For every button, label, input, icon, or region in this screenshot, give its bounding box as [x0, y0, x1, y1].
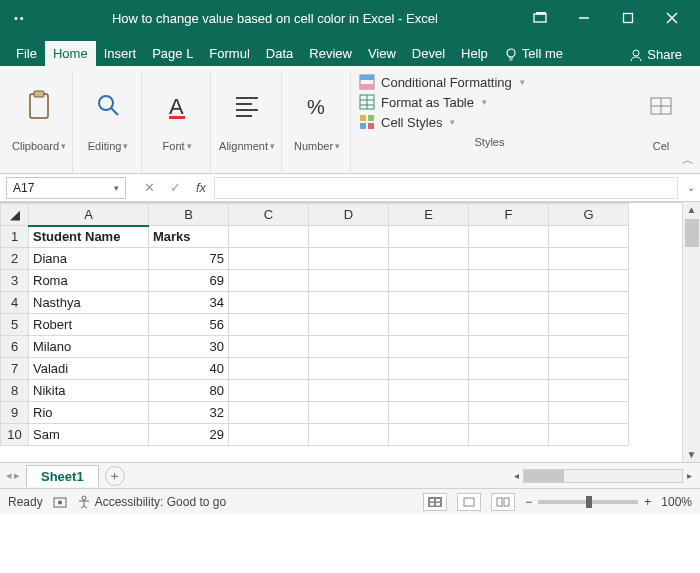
row-header[interactable]: 1 [1, 226, 29, 248]
zoom-out-button[interactable]: − [525, 495, 532, 509]
cell[interactable]: 30 [149, 336, 229, 358]
insert-function-button[interactable]: fx [188, 180, 214, 195]
tab-data[interactable]: Data [258, 41, 301, 66]
chevron-down-icon[interactable]: ▾ [187, 141, 192, 151]
table-row[interactable]: 8Nikita80 [1, 380, 629, 402]
tab-review[interactable]: Review [301, 41, 360, 66]
cell[interactable]: 56 [149, 314, 229, 336]
table-row[interactable]: 5Robert56 [1, 314, 629, 336]
share-button[interactable]: Share [619, 43, 692, 66]
table-row[interactable]: 3Roma69 [1, 270, 629, 292]
collapse-ribbon-button[interactable]: ︿ [682, 152, 694, 169]
sheet-nav-prev-icon[interactable]: ▸ [14, 469, 20, 482]
name-box[interactable]: A17 ▾ [6, 177, 126, 199]
scroll-left-arrow-icon[interactable]: ◂ [512, 470, 521, 481]
tab-file[interactable]: File [8, 41, 45, 66]
cell[interactable]: 29 [149, 424, 229, 446]
row-header[interactable]: 7 [1, 358, 29, 380]
cell[interactable]: 32 [149, 402, 229, 424]
table-row[interactable]: 4Nasthya34 [1, 292, 629, 314]
cell[interactable]: Nasthya [29, 292, 149, 314]
scroll-thumb[interactable] [685, 219, 699, 247]
column-header-g[interactable]: G [549, 204, 629, 226]
tab-page-layout[interactable]: Page L [144, 41, 201, 66]
cell[interactable]: Student Name [29, 226, 149, 248]
format-as-table-button[interactable]: Format as Table▾ [353, 92, 626, 112]
zoom-in-button[interactable]: + [644, 495, 651, 509]
alignment-button[interactable] [220, 74, 274, 138]
tab-home[interactable]: Home [45, 41, 96, 66]
page-layout-view-button[interactable] [457, 493, 481, 511]
cell[interactable]: Roma [29, 270, 149, 292]
font-button[interactable]: A [150, 74, 204, 138]
vertical-scrollbar[interactable]: ▲ ▼ [682, 202, 700, 462]
quick-access-more-icon[interactable]: •• [14, 12, 26, 24]
cancel-formula-button[interactable]: ✕ [136, 180, 162, 195]
scroll-thumb[interactable] [524, 470, 564, 482]
chevron-down-icon[interactable]: ▾ [335, 141, 340, 151]
column-header-f[interactable]: F [469, 204, 549, 226]
new-sheet-button[interactable]: ＋ [105, 466, 125, 486]
sheet-tab[interactable]: Sheet1 [26, 465, 99, 487]
select-all-corner[interactable]: ◢ [1, 204, 29, 226]
table-row[interactable]: 1Student NameMarks [1, 226, 629, 248]
cell[interactable]: Valadi [29, 358, 149, 380]
cell[interactable]: 40 [149, 358, 229, 380]
cells-button[interactable] [634, 74, 688, 138]
column-header-c[interactable]: C [229, 204, 309, 226]
normal-view-button[interactable] [423, 493, 447, 511]
row-header[interactable]: 8 [1, 380, 29, 402]
column-header-d[interactable]: D [309, 204, 389, 226]
column-header-a[interactable]: A [29, 204, 149, 226]
table-row[interactable]: 7Valadi40 [1, 358, 629, 380]
tell-me[interactable]: Tell me [496, 41, 571, 66]
chevron-down-icon[interactable]: ▾ [123, 141, 128, 151]
enter-formula-button[interactable]: ✓ [162, 180, 188, 195]
close-button[interactable] [656, 2, 688, 34]
cell[interactable]: 75 [149, 248, 229, 270]
page-break-view-button[interactable] [491, 493, 515, 511]
cells-table[interactable]: ◢ A B C D E F G 1Student NameMarks 2Dian… [0, 203, 629, 446]
cell[interactable]: 69 [149, 270, 229, 292]
conditional-formatting-button[interactable]: Conditional Formatting▾ [353, 72, 626, 92]
table-row[interactable]: 2Diana75 [1, 248, 629, 270]
tab-developer[interactable]: Devel [404, 41, 453, 66]
chevron-down-icon[interactable]: ▾ [61, 141, 66, 151]
column-header-b[interactable]: B [149, 204, 229, 226]
tab-formulas[interactable]: Formul [201, 41, 257, 66]
row-header[interactable]: 10 [1, 424, 29, 446]
row-header[interactable]: 2 [1, 248, 29, 270]
tab-view[interactable]: View [360, 41, 404, 66]
horizontal-scrollbar[interactable]: ◂ ▸ [512, 469, 700, 483]
maximize-button[interactable] [612, 2, 644, 34]
row-header[interactable]: 9 [1, 402, 29, 424]
cell[interactable]: Rio [29, 402, 149, 424]
cell[interactable]: 34 [149, 292, 229, 314]
table-row[interactable]: 6Milano30 [1, 336, 629, 358]
row-header[interactable]: 4 [1, 292, 29, 314]
accessibility-status[interactable]: Accessibility: Good to go [77, 495, 226, 509]
sheet-nav-first-icon[interactable]: ◂ [6, 469, 12, 482]
zoom-track[interactable] [538, 500, 638, 504]
row-header[interactable]: 5 [1, 314, 29, 336]
tab-help[interactable]: Help [453, 41, 496, 66]
scroll-up-arrow-icon[interactable]: ▲ [685, 202, 699, 217]
row-header[interactable]: 3 [1, 270, 29, 292]
column-header-e[interactable]: E [389, 204, 469, 226]
paste-button[interactable] [12, 74, 66, 138]
scroll-down-arrow-icon[interactable]: ▼ [685, 447, 699, 462]
cell[interactable]: Diana [29, 248, 149, 270]
zoom-handle[interactable] [586, 496, 592, 508]
expand-formula-bar-button[interactable]: ⌄ [682, 182, 700, 193]
formula-input[interactable] [214, 177, 678, 199]
row-header[interactable]: 6 [1, 336, 29, 358]
cell-styles-button[interactable]: Cell Styles▾ [353, 112, 626, 132]
zoom-level[interactable]: 100% [661, 495, 692, 509]
find-button[interactable] [81, 74, 135, 138]
cell[interactable]: Milano [29, 336, 149, 358]
zoom-slider[interactable]: − + [525, 495, 651, 509]
table-row[interactable]: 10Sam29 [1, 424, 629, 446]
table-row[interactable]: 9Rio32 [1, 402, 629, 424]
chevron-down-icon[interactable]: ▾ [114, 183, 119, 193]
cell[interactable]: Sam [29, 424, 149, 446]
